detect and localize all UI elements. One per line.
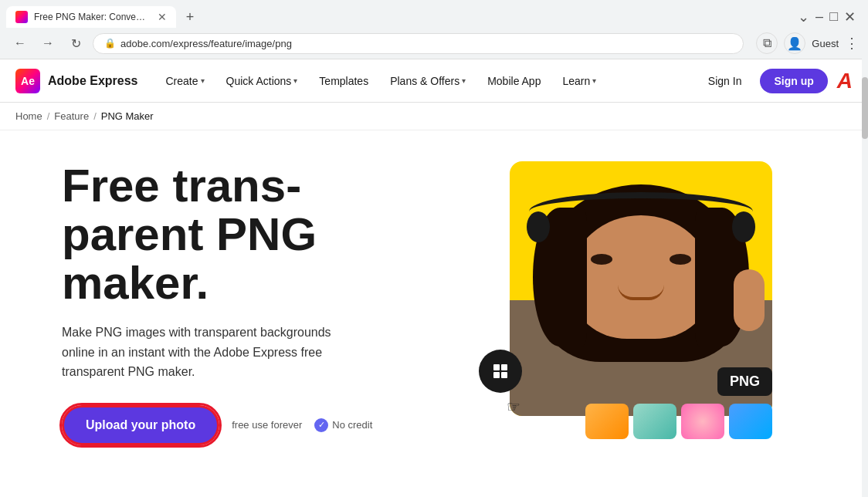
cursor-icon: ☞ — [507, 397, 520, 416]
svg-rect-1 — [501, 364, 507, 370]
nav-templates[interactable]: Templates — [310, 69, 378, 93]
headphones-band — [529, 192, 753, 231]
minimize-button[interactable]: – — [815, 8, 823, 25]
svg-rect-0 — [493, 364, 500, 370]
hero-description: Make PNG images with transparent backgro… — [62, 323, 355, 382]
svg-rect-2 — [493, 372, 500, 378]
svg-rect-3 — [501, 372, 507, 378]
nav-create-label: Create — [165, 75, 198, 87]
active-tab[interactable]: Free PNG Maker: Convert a JP ✕ — [6, 6, 176, 28]
profile-area: ⧉ 👤 Guest ⋮ — [756, 32, 859, 54]
hero-title: Free trans-parent PNGmaker. — [62, 161, 448, 307]
nav-quick-actions[interactable]: Quick Actions ▾ — [217, 69, 307, 93]
thumbnail-strip — [585, 404, 772, 439]
thumbnail-1[interactable] — [585, 404, 629, 439]
face — [571, 215, 710, 339]
nav-create[interactable]: Create ▾ — [156, 69, 213, 93]
nav-learn[interactable]: Learn ▾ — [553, 69, 605, 93]
profile-label: Guest — [812, 38, 839, 49]
free-label: free use forever — [232, 419, 302, 431]
back-button[interactable]: ← — [9, 32, 31, 54]
scrollbar-thumb[interactable] — [862, 77, 868, 139]
nav-plans-label: Plans & Offers — [390, 75, 459, 87]
lock-icon: 🔒 — [104, 38, 116, 49]
nav-mobile[interactable]: Mobile App — [478, 69, 550, 93]
tool-icon-button[interactable] — [479, 350, 522, 393]
thumbnail-3[interactable] — [681, 404, 724, 439]
no-credit-area: ✓ No credit — [314, 418, 372, 432]
forward-button[interactable]: → — [37, 32, 59, 54]
nav-learn-label: Learn — [562, 75, 590, 87]
adobe-icon: A — [837, 69, 853, 93]
site-navbar: Ae Adobe Express Create ▾ Quick Actions … — [0, 59, 868, 103]
image-container: PNG ☞ — [479, 161, 772, 439]
headphone-left — [527, 211, 550, 242]
sign-up-button[interactable]: Sign up — [760, 69, 827, 93]
nav-learn-chevron: ▾ — [592, 76, 596, 85]
cta-area: Upload your photo free use forever ✓ No … — [62, 405, 448, 445]
nav-templates-label: Templates — [319, 75, 368, 87]
browser-chrome: Free PNG Maker: Convert a JP ✕ + ⌄ – □ ✕… — [0, 0, 868, 59]
profile-icon[interactable]: 👤 — [784, 32, 805, 54]
breadcrumb-sep-2: / — [93, 110, 97, 122]
headphone-right — [732, 211, 755, 242]
thumbnail-4[interactable] — [729, 404, 772, 439]
logo-area[interactable]: Ae Adobe Express — [15, 69, 137, 93]
scrollbar[interactable] — [862, 0, 868, 497]
tab-bar: Free PNG Maker: Convert a JP ✕ + ⌄ – □ ✕ — [0, 0, 868, 28]
nav-plans-chevron: ▾ — [462, 76, 466, 85]
adobe-express-logo: Ae — [15, 69, 40, 93]
breadcrumb-home[interactable]: Home — [15, 110, 42, 122]
eye-right — [670, 254, 691, 265]
new-tab-button[interactable]: + — [179, 6, 201, 28]
arm-raised — [734, 269, 765, 331]
nav-quick-actions-chevron: ▾ — [293, 76, 297, 85]
no-credit-label: No credit — [332, 419, 372, 431]
left-panel: Free trans-parent PNGmaker. Make PNG ima… — [62, 161, 448, 445]
restore-button[interactable]: □ — [829, 8, 838, 25]
nav-right: Sign In Sign up A — [699, 69, 853, 93]
breadcrumb-feature[interactable]: Feature — [54, 110, 89, 122]
tab-close-button[interactable]: ✕ — [158, 11, 167, 23]
url-text: adobe.com/express/feature/image/png — [120, 38, 292, 49]
breadcrumb-sep-1: / — [47, 110, 50, 122]
url-bar[interactable]: 🔒 adobe.com/express/feature/image/png — [93, 33, 744, 54]
nav-mobile-label: Mobile App — [487, 75, 541, 87]
right-panel: PNG ☞ — [479, 161, 803, 439]
brand-name: Adobe Express — [48, 74, 137, 88]
nav-quick-actions-label: Quick Actions — [226, 75, 292, 87]
upload-photo-button[interactable]: Upload your photo — [62, 405, 219, 445]
window-controls: ⌄ – □ ✕ — [798, 8, 862, 25]
breadcrumb-current: PNG Maker — [101, 110, 154, 122]
nav-items: Create ▾ Quick Actions ▾ Templates Plans… — [156, 69, 605, 93]
close-button[interactable]: ✕ — [844, 8, 856, 25]
thumbnail-2[interactable] — [633, 404, 676, 439]
nav-plans[interactable]: Plans & Offers ▾ — [381, 69, 475, 93]
breadcrumb: Home / Feature / PNG Maker — [0, 103, 868, 130]
sign-in-button[interactable]: Sign In — [699, 69, 751, 93]
tab-title: Free PNG Maker: Convert a JP — [34, 12, 148, 22]
address-bar: ← → ↻ 🔒 adobe.com/express/feature/image/… — [0, 28, 868, 59]
browser-menu-button[interactable]: ⋮ — [845, 35, 859, 52]
extensions-icon[interactable]: ⧉ — [756, 32, 778, 54]
check-icon: ✓ — [314, 418, 328, 432]
png-badge: PNG — [717, 367, 772, 396]
window-chevron[interactable]: ⌄ — [798, 8, 809, 25]
main-content: Free trans-parent PNGmaker. Make PNG ima… — [0, 130, 868, 461]
nav-create-chevron: ▾ — [201, 76, 205, 85]
reload-button[interactable]: ↻ — [65, 32, 86, 54]
eye-left — [591, 254, 612, 265]
tab-favicon — [15, 11, 28, 23]
